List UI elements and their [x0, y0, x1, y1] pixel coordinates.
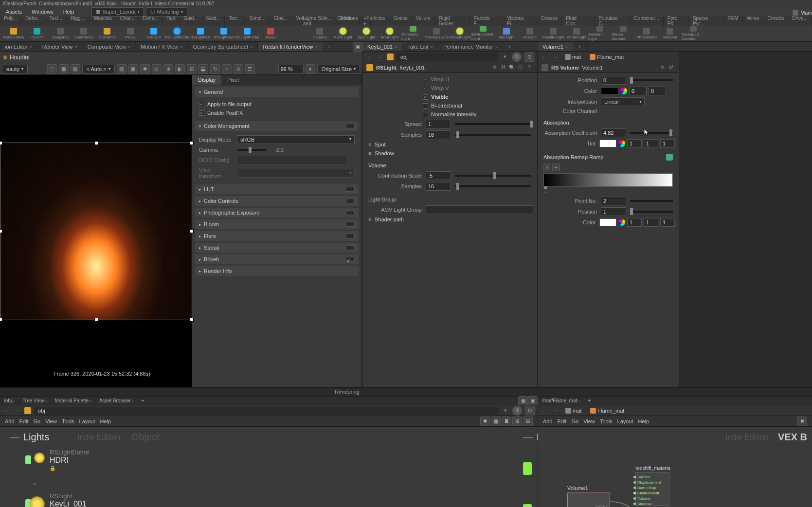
camera-dropdown[interactable]: < Auto > ▾: [82, 65, 115, 73]
render-viewport[interactable]: Frame 326: 2020-01-23 15:52:32 (4.88s): [0, 75, 192, 387]
shelf-btn-rslightportal[interactable]: RSLightPortal: [235, 26, 259, 41]
shelf-btn-gamepadcam[interactable]: Gamepad Camera: [682, 26, 705, 41]
node-icon[interactable]: [523, 462, 532, 475]
shelf-tab[interactable]: Lights and...: [299, 15, 333, 27]
net-menu-add[interactable]: Add: [543, 418, 553, 424]
shelf-btn-arealight[interactable]: Area Light: [378, 26, 401, 41]
color2-g-field[interactable]: [644, 218, 658, 227]
pane-tab[interactable]: Volume1×: [538, 42, 573, 51]
node-icon[interactable]: [523, 504, 532, 507]
net-tab[interactable]: Tree View▾: [18, 397, 51, 404]
section-toggle[interactable]: [346, 199, 355, 203]
color2-b-field[interactable]: [660, 218, 675, 227]
pane-tab[interactable]: ion Editor×: [0, 42, 37, 51]
circle-1-icon[interactable]: ①: [512, 52, 522, 62]
shelf-btn-rslightdome[interactable]: RSLightDome: [165, 26, 189, 41]
handle[interactable]: [0, 141, 2, 145]
pane-maximize-icon[interactable]: ▣: [353, 42, 362, 52]
group-shaderpath[interactable]: Shader path: [375, 217, 404, 222]
aov-dropdown[interactable]: eauty ▾: [2, 65, 28, 73]
checkbox-bidir[interactable]: [423, 103, 428, 109]
pane-tab[interactable]: Take List×: [402, 42, 438, 51]
breadcrumb-flame[interactable]: Flame_mat: [587, 407, 627, 415]
section-toggle-checked[interactable]: ✓: [346, 257, 355, 262]
toolbar-btn[interactable]: ▧: [117, 64, 126, 74]
checkbox-wrapu[interactable]: [423, 77, 428, 82]
color2-r-field[interactable]: [627, 218, 642, 227]
pin-icon[interactable]: [387, 54, 394, 60]
handle[interactable]: [190, 229, 194, 233]
info-icon[interactable]: ⓘ: [517, 64, 524, 72]
net-menu-go[interactable]: Go: [572, 418, 579, 424]
out-bumpmap[interactable]: Bump Map: [633, 485, 661, 490]
handle[interactable]: [94, 318, 98, 322]
shelf-tab[interactable]: Char...: [116, 15, 139, 27]
net-menu-tools[interactable]: Tools: [600, 418, 613, 424]
toolbar-btn[interactable]: ⊕: [163, 64, 173, 74]
abscoef-field[interactable]: [601, 128, 626, 137]
shelf-tab[interactable]: Cons...: [139, 15, 162, 27]
net-maximize-icon[interactable]: ▣: [528, 396, 538, 406]
section-toggle[interactable]: [346, 187, 355, 192]
color-picker-icon[interactable]: [618, 140, 625, 147]
caret-icon[interactable]: ⊕: [368, 151, 372, 156]
shelf-tab[interactable]: Vellum: [412, 15, 435, 27]
shelf-tab[interactable]: Viscous Fl...: [503, 15, 537, 27]
checkbox-normint[interactable]: [423, 112, 428, 117]
toolbar-btn[interactable]: ◎: [152, 64, 162, 74]
shelf-btn-envlight[interactable]: Environment Light: [471, 26, 495, 41]
section-general[interactable]: General: [195, 87, 359, 97]
shelf-tab[interactable]: Container...: [631, 15, 664, 27]
pane-tool-icon[interactable]: ⊡: [525, 406, 535, 416]
handle[interactable]: [0, 318, 2, 322]
out-environment[interactable]: Environment: [633, 490, 661, 496]
out-displacement[interactable]: Displacement: [633, 480, 661, 485]
path-field[interactable]: obj: [397, 53, 498, 61]
main-label[interactable]: Main: [800, 10, 812, 16]
tab-display[interactable]: Display: [192, 75, 221, 85]
net-tab[interactable]: Asset Browser▾: [95, 397, 137, 404]
net-menu-help[interactable]: Help: [638, 418, 650, 424]
shelf-tab[interactable]: Simpl...: [245, 15, 270, 27]
tint-g-field[interactable]: [644, 139, 658, 148]
tab-pixel[interactable]: Pixel: [221, 75, 245, 85]
h-icon[interactable]: H: [499, 64, 507, 72]
section-renderinfo[interactable]: Render Info: [195, 266, 359, 276]
nav-fwd-icon[interactable]: →: [376, 53, 384, 61]
nav-fwd-icon[interactable]: →: [551, 53, 559, 61]
color2-swatch[interactable]: [599, 218, 616, 226]
nav-fwd-icon[interactable]: →: [552, 407, 559, 415]
shelf-btn-snapshot[interactable]: Snapshot: [49, 26, 72, 41]
shelf-btn-proxy[interactable]: Proxy: [119, 26, 142, 41]
shelf-tab[interactable]: Muscles: [90, 15, 116, 27]
circle-1-icon[interactable]: ①: [512, 406, 522, 416]
shelf-tab[interactable]: Riggi...: [67, 15, 90, 27]
interp-dropdown[interactable]: Linear♦: [601, 97, 645, 106]
color-r-field[interactable]: [629, 87, 647, 95]
net-menu-add[interactable]: Add: [5, 418, 15, 424]
toolbar-btn[interactable]: ⎙: [234, 64, 243, 74]
net-tab[interactable]: /mat/Flame_mat▾: [538, 397, 584, 404]
section-flare[interactable]: Flare: [195, 231, 359, 241]
net-tool-icon[interactable]: ✖: [480, 416, 490, 426]
light-node[interactable]: RSLightDomeHDRI🔒: [24, 449, 120, 471]
vsamples-field[interactable]: [426, 182, 451, 191]
shelf-btn-rslightsun[interactable]: RSLightSun: [212, 26, 235, 41]
shelf-btn-spotlight[interactable]: Spot Light: [355, 26, 378, 41]
pane-tab[interactable]: Performance Monitor×: [438, 42, 503, 51]
caret-icon[interactable]: ⊕: [368, 143, 372, 147]
pos2-field[interactable]: [601, 207, 626, 216]
checkbox-apply[interactable]: [199, 102, 204, 107]
spread-slider[interactable]: [455, 123, 531, 125]
shelf-tab[interactable]: Wires: [743, 15, 764, 27]
pane-tab[interactable]: KeyLi_001×: [362, 42, 402, 51]
shelf-btn-skylight[interactable]: Sky Light: [495, 26, 518, 41]
node-name[interactable]: Volume1: [582, 65, 603, 71]
shelf-tab[interactable]: FEM: [724, 15, 743, 27]
toolbar-btn[interactable]: ⬓: [198, 64, 208, 74]
ramp-caret-icon[interactable]: ▾: [544, 190, 546, 195]
net-menu-tools[interactable]: Tools: [62, 418, 74, 424]
shelf-btn-distantlight[interactable]: Distant Light: [448, 26, 471, 41]
ramp-add-btn[interactable]: +: [552, 163, 560, 171]
path-dropdown-icon[interactable]: ▾: [501, 53, 509, 61]
